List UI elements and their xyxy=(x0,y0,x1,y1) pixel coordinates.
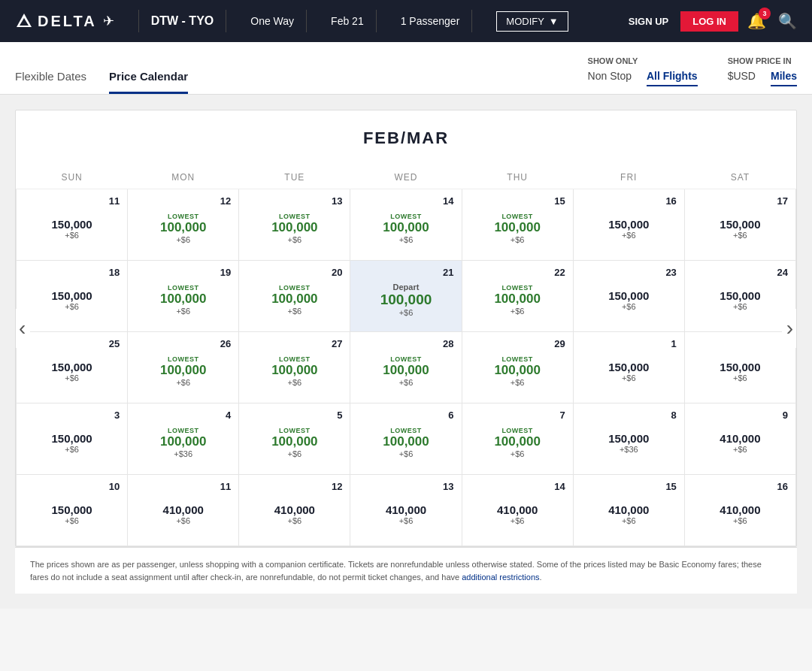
cell-fee: +$6 xyxy=(288,235,302,244)
calendar-cell[interactable]: 8150,000+$36 xyxy=(573,404,684,475)
notifications-bell[interactable]: 🔔 3 xyxy=(747,12,766,30)
day-number: 4 xyxy=(135,410,231,421)
day-price-container: LOWEST100,000+$6 xyxy=(358,421,453,464)
day-price-container: 150,000+$6 xyxy=(581,349,677,393)
day-price-container: LOWEST100,000+$6 xyxy=(358,207,453,250)
calendar-cell[interactable]: 3150,000+$6 xyxy=(17,404,128,475)
cell-price: 410,000 xyxy=(163,503,204,516)
calendar-cell[interactable]: 18150,000+$6 xyxy=(17,261,128,332)
tab-price-calendar[interactable]: Price Calendar xyxy=(109,70,188,94)
show-only-label: Show only xyxy=(588,56,638,65)
calendar-cell[interactable]: 12410,000+$6 xyxy=(239,475,350,546)
cell-price: 410,000 xyxy=(386,503,426,516)
cell-price: 410,000 xyxy=(274,503,315,516)
calendar-row: 11150,000+$612LOWEST100,000+$613LOWEST10… xyxy=(17,189,796,261)
signup-button[interactable]: SIGN UP xyxy=(629,16,668,27)
header: DELTA ✈ DTW - TYO One Way Feb 21 1 Passe… xyxy=(0,0,812,42)
calendar-cell[interactable]: 29LOWEST100,000+$6 xyxy=(462,332,573,404)
calendar-header-row: SUNMONTUEWEDTHUFRISAT xyxy=(17,166,796,189)
day-price-container: 150,000+$6 xyxy=(24,278,120,322)
cell-price: 100,000 xyxy=(271,434,317,449)
day-price-container: 150,000+$6 xyxy=(692,278,788,322)
header-divider-4 xyxy=(376,10,377,32)
cell-price: 150,000 xyxy=(720,289,760,302)
calendar-cell[interactable]: 22LOWEST100,000+$6 xyxy=(462,261,573,332)
cell-price: 150,000 xyxy=(51,218,92,231)
search-icon[interactable]: 🔍 xyxy=(778,12,797,30)
calendar-cell[interactable]: 28LOWEST100,000+$6 xyxy=(350,332,462,404)
calendar-cell[interactable]: 5LOWEST100,000+$6 xyxy=(239,404,350,475)
cell-fee: +$6 xyxy=(399,449,414,458)
calendar-cell[interactable]: 10150,000+$6 xyxy=(17,475,128,546)
lowest-badge: LOWEST xyxy=(168,355,199,363)
tab-flexible-dates[interactable]: Flexible Dates xyxy=(15,70,86,94)
calendar-cell[interactable]: 19LOWEST100,000+$6 xyxy=(128,261,239,332)
calendar-cell[interactable]: 7LOWEST100,000+$6 xyxy=(462,404,573,475)
calendar-cell[interactable]: 15LOWEST100,000+$6 xyxy=(462,189,573,261)
calendar-cell[interactable]: 13LOWEST100,000+$6 xyxy=(239,189,350,261)
cell-fee: +$36 xyxy=(174,449,192,458)
calendar-cell[interactable]: 13410,000+$6 xyxy=(350,475,462,546)
calendar-cell[interactable]: 27LOWEST100,000+$6 xyxy=(239,332,350,404)
calendar-day-header: MON xyxy=(128,166,239,189)
calendar-cell[interactable]: 21Depart100,000+$6 xyxy=(350,261,462,332)
day-number: 2 xyxy=(692,338,788,349)
calendar-cell[interactable]: 25150,000+$6 xyxy=(17,332,128,404)
disclaimer-text: The prices shown are as per passenger, u… xyxy=(30,560,762,582)
day-number: 5 xyxy=(247,410,342,421)
next-month-button[interactable]: › xyxy=(782,309,797,348)
calendar-cell[interactable]: 17150,000+$6 xyxy=(684,189,795,261)
lowest-badge: LOWEST xyxy=(279,427,311,434)
calendar-cell[interactable]: 4LOWEST100,000+$36 xyxy=(128,404,239,475)
cell-price: 100,000 xyxy=(494,220,540,235)
cell-fee: +$6 xyxy=(511,378,525,387)
sub-nav-tabs: Flexible Dates Price Calendar xyxy=(15,70,588,94)
modify-label: MODIFY xyxy=(506,16,544,27)
day-number: 24 xyxy=(692,267,788,278)
day-price-container: 410,000+$6 xyxy=(358,492,453,536)
day-number: 19 xyxy=(135,267,231,278)
prev-month-button[interactable]: ‹ xyxy=(15,309,30,348)
day-number: 20 xyxy=(247,267,342,278)
cell-fee: +$6 xyxy=(511,235,525,244)
calendar-cell[interactable]: 23150,000+$6 xyxy=(573,261,684,332)
calendar-cell[interactable]: 6LOWEST100,000+$6 xyxy=(350,404,462,475)
show-only-options: Non Stop All Flights xyxy=(588,70,698,86)
disclaimer-link[interactable]: additional restrictions xyxy=(462,573,539,582)
cell-price: 100,000 xyxy=(160,292,206,307)
depart-label: Depart xyxy=(393,283,420,292)
day-number: 11 xyxy=(135,481,231,492)
calendar-cell[interactable]: 20LOWEST100,000+$6 xyxy=(239,261,350,332)
calendar-cell[interactable]: 14410,000+$6 xyxy=(462,475,573,546)
cell-price: 100,000 xyxy=(383,220,429,235)
calendar-cell[interactable]: 9410,000+$6 xyxy=(684,404,795,475)
calendar-cell[interactable]: 1150,000+$6 xyxy=(573,332,684,404)
day-price-container: LOWEST100,000+$6 xyxy=(470,278,565,322)
day-number: 16 xyxy=(581,195,677,207)
calendar-cell[interactable]: 14LOWEST100,000+$6 xyxy=(350,189,462,261)
calendar-cell[interactable]: 11150,000+$6 xyxy=(17,189,128,261)
filter-miles[interactable]: Miles xyxy=(771,70,797,86)
cell-fee: +$6 xyxy=(733,231,747,240)
filter-non-stop[interactable]: Non Stop xyxy=(588,70,632,86)
calendar-cell[interactable]: 2150,000+$6 xyxy=(684,332,795,404)
cell-price: 100,000 xyxy=(380,292,432,308)
cell-fee: +$6 xyxy=(176,235,190,244)
filter-usd[interactable]: $USD xyxy=(728,70,756,86)
calendar-cell[interactable]: 24150,000+$6 xyxy=(684,261,795,332)
day-price-container: LOWEST100,000+$6 xyxy=(135,207,231,250)
cell-price: 100,000 xyxy=(383,363,429,378)
modify-button[interactable]: MODIFY ▼ xyxy=(496,11,568,32)
calendar-cell[interactable]: 11410,000+$6 xyxy=(128,475,239,546)
calendar-cell[interactable]: 16150,000+$6 xyxy=(573,189,684,261)
calendar-cell[interactable]: 16410,000+$6 xyxy=(684,475,795,546)
calendar-cell[interactable]: 15410,000+$6 xyxy=(573,475,684,546)
login-button[interactable]: LOG IN xyxy=(680,11,738,32)
filter-all-flights[interactable]: All Flights xyxy=(647,70,698,86)
cell-fee: +$6 xyxy=(733,373,747,382)
day-number: 12 xyxy=(135,195,231,207)
cell-fee: +$6 xyxy=(733,445,747,454)
calendar-cell[interactable]: 12LOWEST100,000+$6 xyxy=(128,189,239,261)
calendar-cell[interactable]: 26LOWEST100,000+$6 xyxy=(128,332,239,404)
calendar-day-header: SAT xyxy=(684,166,795,189)
